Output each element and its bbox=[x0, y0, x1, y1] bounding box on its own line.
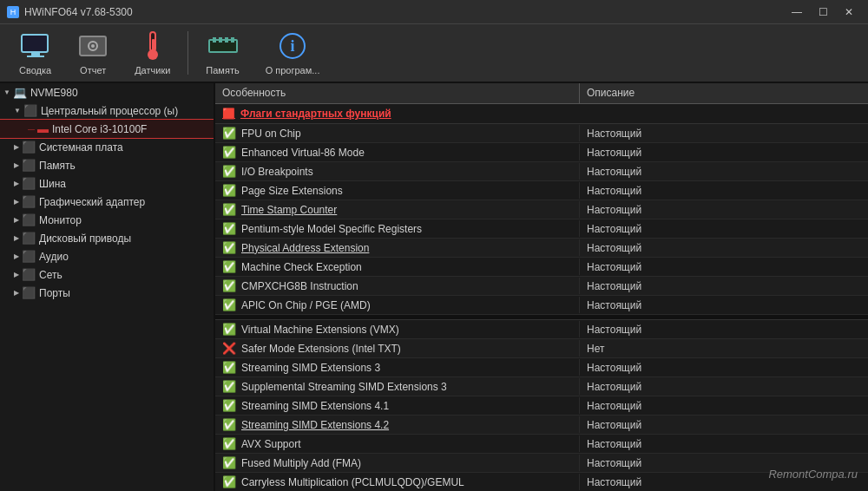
status-ok-icon: ✅ bbox=[222, 279, 236, 292]
table-row: ✅ APIC On Chip / PGE (AMD) Настоящий bbox=[215, 296, 868, 315]
status-err-icon: ❌ bbox=[222, 342, 236, 355]
cell-desc: Настоящий bbox=[580, 360, 868, 376]
minimize-button[interactable]: — bbox=[785, 0, 809, 24]
section-flag-icon: 🟥 bbox=[222, 108, 235, 120]
tree-panel: ▼ 💻 NVME980 ▼ ⬛ Центральный процессор (ы… bbox=[0, 83, 215, 491]
right-panel: Особенность Описание 🟥 Флаги стандартных… bbox=[215, 83, 868, 491]
feature-label: Streaming SIMD Extensions 4.1 bbox=[241, 400, 389, 412]
cell-feature: ✅ Carryless Multiplication (PCLMULQDQ)/G… bbox=[215, 474, 580, 490]
bus-icon: ⬛ bbox=[22, 177, 36, 190]
status-ok-icon: ✅ bbox=[222, 260, 236, 273]
expand-arrow: ▶ bbox=[14, 252, 19, 260]
cell-feature: ✅ Streaming SIMD Extensions 4.2 bbox=[215, 416, 580, 433]
status-ok-icon: ✅ bbox=[222, 323, 236, 336]
tree-label-monitor: Монитор bbox=[39, 214, 82, 226]
cell-feature: ✅ Virtual Machine Extensions (VMX) bbox=[215, 321, 580, 337]
tree-item-net[interactable]: ▶ ⬛ Сеть bbox=[0, 265, 214, 284]
col-header-feature: Особенность bbox=[215, 83, 580, 103]
cell-feature: ✅ Time Stamp Counter bbox=[215, 201, 580, 218]
close-button[interactable]: ✕ bbox=[837, 0, 861, 24]
tree-label-audio: Аудио bbox=[39, 251, 69, 263]
ram-tree-icon: ⬛ bbox=[22, 159, 36, 172]
net-icon: ⬛ bbox=[22, 268, 36, 281]
status-ok-icon: ✅ bbox=[222, 184, 236, 197]
cell-desc: Настоящий bbox=[580, 145, 868, 160]
tree-item-board[interactable]: ▶ ⬛ Системная плата bbox=[0, 138, 214, 156]
cell-desc: Настоящий bbox=[580, 379, 868, 395]
tree-label-net: Сеть bbox=[39, 269, 62, 281]
feature-label: Safer Mode Extensions (Intel TXT) bbox=[241, 343, 401, 355]
table-header: Особенность Описание bbox=[215, 83, 868, 104]
expand-arrow: ▼ bbox=[14, 107, 21, 115]
cell-feature: ❌ Safer Mode Extensions (Intel TXT) bbox=[215, 340, 580, 357]
feature-label: CMPXCHG8B Instruction bbox=[241, 280, 358, 292]
feature-label: Carryless Multiplication (PCLMULQDQ)/GEM… bbox=[241, 476, 464, 488]
table-row: ✅ Streaming SIMD Extensions 4.1 Настоящи… bbox=[215, 396, 868, 416]
expand-arrow: ▼ bbox=[3, 88, 10, 96]
svg-rect-11 bbox=[219, 37, 222, 43]
feature-label: Machine Check Exception bbox=[241, 261, 362, 273]
toolbar-about[interactable]: i О програм... bbox=[253, 25, 332, 81]
tree-item-audio[interactable]: ▶ ⬛ Аудио bbox=[0, 247, 214, 265]
cell-desc: Настоящий bbox=[580, 417, 868, 433]
status-ok-icon: ✅ bbox=[222, 298, 236, 311]
expand-arrow: ▶ bbox=[14, 180, 19, 187]
expand-arrow: ▶ bbox=[14, 289, 19, 297]
cell-desc: Настоящий bbox=[580, 322, 868, 337]
cell-desc: Настоящий bbox=[580, 183, 868, 199]
toolbar-sensors[interactable]: Датчики bbox=[122, 25, 182, 81]
tree-item-cpu-child[interactable]: — ▬ Intel Core i3-10100F bbox=[0, 120, 214, 138]
cell-desc: Нет bbox=[580, 341, 868, 357]
table-row: ✅ Streaming SIMD Extensions 4.2 Настоящи… bbox=[215, 416, 868, 435]
status-ok-icon: ✅ bbox=[222, 380, 236, 393]
toolbar-memory[interactable]: Память bbox=[194, 25, 251, 81]
cell-desc: Настоящий bbox=[580, 278, 868, 294]
tree-label-ports: Порты bbox=[39, 287, 70, 299]
cell-feature: ✅ Page Size Extensions bbox=[215, 182, 580, 199]
cell-desc: Настоящий bbox=[580, 221, 868, 237]
svg-text:i: i bbox=[291, 37, 295, 55]
table-row: ✅ Streaming SIMD Extensions 3 Настоящий bbox=[215, 358, 868, 377]
table-row: ✅ Page Size Extensions Настоящий bbox=[215, 181, 868, 200]
svg-rect-8 bbox=[152, 39, 155, 51]
tree-item-nvme[interactable]: ▼ 💻 NVME980 bbox=[0, 83, 214, 101]
toolbar-report[interactable]: Отчет bbox=[65, 25, 121, 81]
status-ok-icon: ✅ bbox=[222, 127, 236, 140]
status-ok-icon: ✅ bbox=[222, 437, 236, 450]
svg-rect-10 bbox=[213, 37, 216, 43]
feature-label: FPU on Chip bbox=[241, 128, 301, 140]
toolbar-memory-label: Память bbox=[206, 65, 239, 75]
feature-label: I/O Breakpoints bbox=[241, 166, 313, 178]
tree-item-monitor[interactable]: ▶ ⬛ Монитор bbox=[0, 211, 214, 229]
tree-item-gpu[interactable]: ▶ ⬛ Графический адаптер bbox=[0, 193, 214, 211]
app-icon: H bbox=[7, 6, 19, 18]
feature-label: Supplemental Streaming SIMD Extensions 3 bbox=[241, 381, 447, 393]
tree-item-bus[interactable]: ▶ ⬛ Шина bbox=[0, 174, 214, 193]
status-ok-icon: ✅ bbox=[222, 456, 236, 469]
svg-rect-1 bbox=[31, 52, 40, 56]
tree-item-ports[interactable]: ▶ ⬛ Порты bbox=[0, 284, 214, 302]
feature-label: Time Stamp Counter bbox=[241, 204, 337, 216]
col-header-description: Описание bbox=[580, 83, 868, 103]
cell-desc: Настоящий bbox=[580, 126, 868, 141]
cell-feature: ✅ APIC On Chip / PGE (AMD) bbox=[215, 297, 580, 313]
table-row: ✅ Physical Address Extension Настоящий bbox=[215, 239, 868, 258]
tree-item-ram[interactable]: ▶ ⬛ Память bbox=[0, 156, 214, 174]
table-row: ✅ Supplemental Streaming SIMD Extensions… bbox=[215, 377, 868, 396]
cpu-parent-icon: ⬛ bbox=[23, 104, 37, 117]
expand-arrow: — bbox=[28, 125, 35, 133]
toolbar-summary[interactable]: Сводка bbox=[7, 25, 63, 81]
tree-item-disk[interactable]: ▶ ⬛ Дисковый приводы bbox=[0, 229, 214, 247]
audio-icon: ⬛ bbox=[22, 250, 36, 263]
svg-rect-12 bbox=[225, 37, 228, 43]
status-ok-icon: ✅ bbox=[222, 241, 236, 254]
cell-feature: ✅ Machine Check Exception bbox=[215, 259, 580, 275]
table-row: ✅ Machine Check Exception Настоящий bbox=[215, 258, 868, 277]
ram-icon bbox=[207, 30, 239, 62]
watermark: RemontCompa.ru bbox=[768, 468, 858, 481]
tree-item-cpu-parent[interactable]: ▼ ⬛ Центральный процессор (ы) bbox=[0, 101, 214, 120]
maximize-button[interactable]: ☐ bbox=[811, 0, 835, 24]
computer-icon: 💻 bbox=[13, 86, 27, 99]
cell-feature: ✅ CMPXCHG8B Instruction bbox=[215, 278, 580, 294]
section-header-standard: 🟥 Флаги стандартных функций bbox=[215, 104, 868, 124]
